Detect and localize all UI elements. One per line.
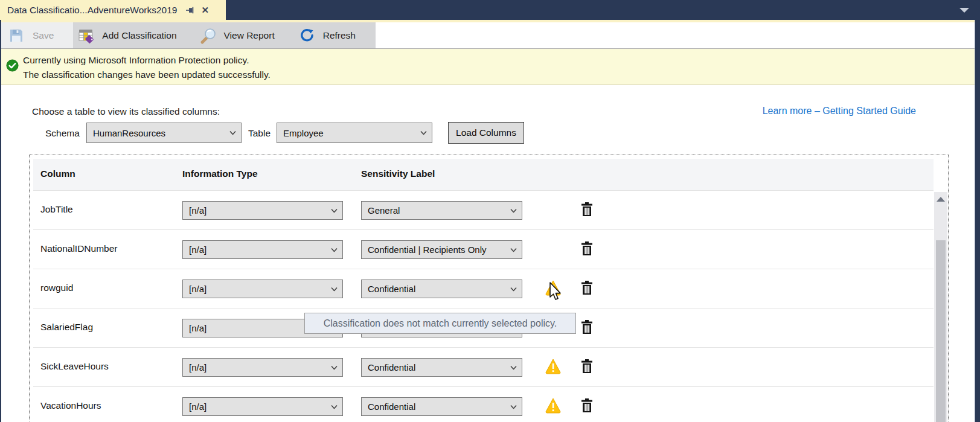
- header-sensitivity: Sensitivity Label: [361, 168, 435, 179]
- sensitivity-label-value: General: [368, 205, 400, 216]
- table-row: VacationHours [n/a] Confidential: [33, 386, 934, 422]
- sensitivity-label-dropdown[interactable]: Confidential: [361, 358, 522, 377]
- sensitivity-label-dropdown[interactable]: General: [361, 201, 522, 220]
- warning-icon[interactable]: [545, 359, 562, 374]
- header-column: Column: [40, 168, 75, 179]
- header-info-type: Information Type: [182, 168, 258, 179]
- column-name: NationalIDNumber: [40, 243, 118, 254]
- magnifier-icon: [200, 28, 216, 43]
- column-name: SalariedFlag: [40, 322, 93, 333]
- warning-tooltip-text: Classification does not match currently …: [324, 318, 557, 329]
- table-row: NationalIDNumber [n/a] Confidential | Re…: [33, 229, 934, 269]
- vertical-scrollbar[interactable]: [934, 192, 947, 422]
- sensitivity-label-dropdown[interactable]: Confidential | Recipients Only: [361, 240, 522, 259]
- sensitivity-label-dropdown[interactable]: Confidential: [361, 280, 522, 298]
- warning-tooltip: Classification does not match currently …: [304, 313, 576, 334]
- table-dropdown[interactable]: Employee: [277, 123, 432, 143]
- view-report-label: View Report: [224, 30, 275, 41]
- refresh-button[interactable]: Refresh: [290, 22, 364, 48]
- sensitivity-label-dropdown[interactable]: Confidential: [361, 397, 522, 416]
- mouse-cursor-icon: [547, 281, 562, 302]
- view-report-button[interactable]: View Report: [191, 22, 283, 48]
- window-right-edge: [975, 0, 980, 422]
- chevron-down-icon: [510, 404, 517, 409]
- add-classification-icon: [78, 28, 94, 43]
- tab-data-classification[interactable]: Data Classificatio...AdventureWorks2019 …: [0, 0, 226, 20]
- delete-icon[interactable]: [580, 280, 594, 296]
- banner-line2: The classification changes have been upd…: [23, 68, 271, 82]
- delete-icon[interactable]: [580, 319, 594, 336]
- learn-more-link[interactable]: Learn more – Getting Started Guide: [763, 106, 916, 117]
- save-label: Save: [33, 30, 54, 41]
- add-classification-label: Add Classification: [102, 30, 176, 41]
- table-row: rowguid [n/a] Confidential: [33, 269, 934, 308]
- table-label: Table: [248, 128, 271, 139]
- save-icon: [8, 28, 24, 43]
- scroll-up-arrow-icon[interactable]: [937, 197, 945, 202]
- document-tab-bar: Data Classificatio...AdventureWorks2019 …: [0, 0, 980, 20]
- information-type-dropdown[interactable]: [n/a]: [182, 280, 343, 298]
- information-type-value: [n/a]: [189, 205, 207, 216]
- delete-icon[interactable]: [580, 201, 594, 218]
- chevron-down-icon: [331, 287, 338, 291]
- information-type-value: [n/a]: [189, 362, 207, 372]
- column-name: JobTitle: [40, 204, 73, 215]
- information-type-value: [n/a]: [189, 284, 207, 294]
- column-name: rowguid: [40, 283, 73, 293]
- window-left-edge: [0, 20, 1, 422]
- table-row: JobTitle [n/a] General: [33, 190, 934, 229]
- save-button[interactable]: Save: [1, 22, 62, 48]
- sensitivity-label-value: Confidential: [368, 401, 415, 412]
- information-type-dropdown[interactable]: [n/a]: [182, 358, 343, 377]
- chevron-down-icon: [331, 248, 338, 252]
- document-list-caret-icon[interactable]: [959, 8, 969, 13]
- grid-content: Column Information Type Sensitivity Labe…: [33, 159, 934, 422]
- chevron-down-icon: [331, 365, 338, 369]
- info-banner: Currently using Microsoft Information Pr…: [1, 48, 975, 85]
- delete-icon[interactable]: [580, 240, 594, 257]
- choose-table-heading: Choose a table to view its classified co…: [32, 106, 220, 117]
- chevron-down-icon: [420, 131, 427, 135]
- chevron-down-icon: [331, 404, 338, 409]
- toolbar: Save Add Classification: [1, 22, 376, 48]
- information-type-value: [n/a]: [189, 401, 207, 412]
- table-row: SickLeaveHours [n/a] Confidential: [33, 347, 934, 386]
- pin-icon[interactable]: [185, 5, 195, 15]
- tab-title: Data Classificatio...AdventureWorks2019: [7, 5, 177, 16]
- delete-icon[interactable]: [580, 358, 594, 375]
- chevron-down-icon: [510, 208, 517, 213]
- scrollbar-thumb[interactable]: [936, 240, 946, 422]
- information-type-value: [n/a]: [189, 323, 207, 333]
- warning-icon[interactable]: [545, 398, 562, 414]
- grid-header-row: Column Information Type Sensitivity Labe…: [33, 159, 934, 190]
- schema-dropdown[interactable]: HumanResources: [86, 123, 242, 143]
- load-columns-button[interactable]: Load Columns: [448, 122, 524, 144]
- schema-label: Schema: [45, 128, 80, 139]
- sensitivity-label-value: Confidential | Recipients Only: [368, 245, 487, 255]
- delete-icon[interactable]: [580, 397, 594, 414]
- information-type-dropdown[interactable]: [n/a]: [182, 240, 343, 259]
- information-type-value: [n/a]: [189, 245, 207, 255]
- information-type-dropdown[interactable]: [n/a]: [182, 201, 343, 220]
- schema-dropdown-value: HumanResources: [93, 128, 165, 138]
- chevron-down-icon: [510, 287, 517, 291]
- table-dropdown-value: Employee: [283, 128, 324, 138]
- information-type-dropdown[interactable]: [n/a]: [182, 397, 343, 416]
- load-columns-label: Load Columns: [456, 127, 516, 138]
- classification-grid: Column Information Type Sensitivity Labe…: [29, 155, 949, 422]
- refresh-icon: [299, 28, 315, 43]
- refresh-label: Refresh: [323, 30, 356, 41]
- add-classification-button[interactable]: Add Classification: [69, 22, 185, 48]
- sensitivity-label-value: Confidential: [368, 362, 415, 372]
- banner-line1: Currently using Microsoft Information Pr…: [23, 53, 271, 68]
- success-check-icon: [6, 59, 19, 72]
- column-name: SickLeaveHours: [40, 361, 109, 372]
- data-classification-window: Data Classificatio...AdventureWorks2019 …: [0, 0, 980, 422]
- close-icon[interactable]: ✕: [201, 5, 209, 15]
- chevron-down-icon: [331, 208, 338, 213]
- column-name: VacationHours: [40, 400, 101, 411]
- chevron-down-icon: [229, 131, 236, 135]
- chevron-down-icon: [510, 248, 517, 252]
- banner-text: Currently using Microsoft Information Pr…: [23, 53, 271, 82]
- chevron-down-icon: [510, 365, 517, 369]
